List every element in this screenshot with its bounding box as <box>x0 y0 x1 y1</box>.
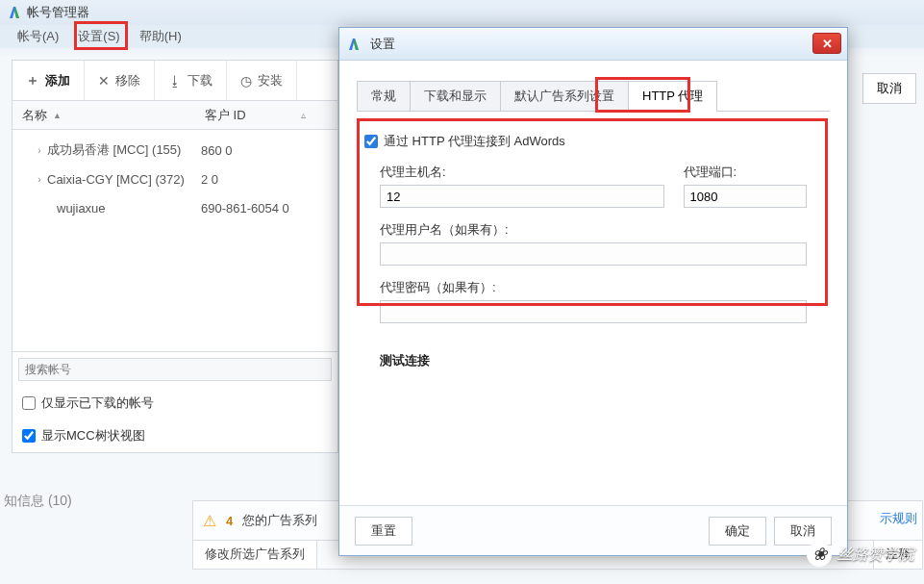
settings-tabs: 常规 下载和显示 默认广告系列设置 HTTP 代理 <box>357 81 830 112</box>
account-id: 690-861-6054 0 <box>201 201 289 216</box>
expand-icon[interactable]: › <box>32 145 47 156</box>
show-mcc-tree-checkbox[interactable]: 显示MCC树状视图 <box>12 419 337 452</box>
plus-icon: ＋ <box>26 72 39 89</box>
reset-button[interactable]: 重置 <box>355 517 412 546</box>
warning-count: 4 <box>226 514 233 528</box>
close-icon: ✕ <box>822 37 833 51</box>
account-id: 2 0 <box>201 172 218 187</box>
checkbox-label: 显示MCC树状视图 <box>41 427 145 444</box>
main-window-title: 帐号管理器 <box>27 4 89 21</box>
cancel-button-right[interactable]: 取消 <box>862 73 916 104</box>
proxy-pass-input[interactable] <box>380 300 807 323</box>
account-toolbar: ＋ 添加 ✕ 移除 ⭳ 下载 ◷ 安装 <box>12 61 337 101</box>
wechat-icon: ❀ <box>807 542 832 567</box>
test-connection-link[interactable]: 测试连接 <box>357 327 830 379</box>
account-name: wujiaxue <box>47 201 201 216</box>
dialog-title: 设置 <box>370 36 395 53</box>
watermark: ❀ 丝路赞学院 <box>807 542 914 567</box>
warning-icon: ⚠ <box>203 512 216 530</box>
proxy-host-input[interactable] <box>380 185 664 208</box>
checkbox-icon[interactable] <box>22 429 36 443</box>
remove-button[interactable]: ✕ 移除 <box>85 61 155 100</box>
cancel-button[interactable]: 取消 <box>774 517 832 546</box>
account-tree: › 成功易香港 [MCC] (155) 860 0 › Caixia-CGY [… <box>12 130 337 351</box>
proxy-pass-label: 代理密码（如果有）: <box>380 279 807 296</box>
proxy-port-input[interactable] <box>684 185 807 208</box>
show-downloaded-checkbox[interactable]: 仅显示已下载的帐号 <box>12 387 337 419</box>
remove-label: 移除 <box>115 72 140 89</box>
add-label: 添加 <box>45 72 70 89</box>
dialog-titlebar[interactable]: 设置 ✕ <box>339 28 847 61</box>
adwords-logo-icon <box>347 38 361 51</box>
proxy-host-port-row: 代理主机名: 代理端口: <box>357 154 830 212</box>
edit-campaigns-tab[interactable]: 修改所选广告系列 <box>193 541 317 569</box>
account-list-panel: ＋ 添加 ✕ 移除 ⭳ 下载 ◷ 安装 名称 <box>12 60 338 453</box>
col-menu-icon[interactable]: ▵ <box>301 110 320 120</box>
col-id-label[interactable]: 客户 ID <box>205 107 301 124</box>
checkbox-label: 仅显示已下载的帐号 <box>41 394 154 412</box>
use-proxy-label: 通过 HTTP 代理连接到 AdWords <box>384 133 565 150</box>
proxy-user-input[interactable] <box>380 242 807 266</box>
search-input[interactable] <box>18 358 332 381</box>
install-label: 安装 <box>258 72 283 89</box>
dialog-footer: 重置 确定 取消 <box>339 505 847 555</box>
add-button[interactable]: ＋ 添加 <box>12 61 85 100</box>
show-rules-link[interactable]: 示规则 <box>880 510 917 527</box>
tab-http-proxy[interactable]: HTTP 代理 <box>628 81 717 112</box>
install-button[interactable]: ◷ 安装 <box>227 61 297 100</box>
col-name-label[interactable]: 名称 <box>22 107 47 124</box>
menu-account[interactable]: 帐号(A) <box>8 25 68 48</box>
adwords-logo-icon <box>8 6 21 19</box>
tab-default-campaign[interactable]: 默认广告系列设置 <box>500 81 629 111</box>
ok-button[interactable]: 确定 <box>709 517 766 546</box>
x-icon: ✕ <box>98 73 110 89</box>
account-id: 860 0 <box>201 143 233 158</box>
watermark-text: 丝路赞学院 <box>837 545 914 565</box>
account-name: Caixia-CGY [MCC] (372) <box>47 172 201 187</box>
table-row[interactable]: wujiaxue 690-861-6054 0 <box>12 193 337 222</box>
checkbox-icon[interactable] <box>22 396 36 410</box>
menu-help[interactable]: 帮助(H) <box>130 25 191 48</box>
main-titlebar: 帐号管理器 <box>0 0 924 25</box>
table-row[interactable]: › 成功易香港 [MCC] (155) 860 0 <box>12 136 337 165</box>
tab-download[interactable]: 下载和显示 <box>410 81 501 111</box>
account-name: 成功易香港 [MCC] (155) <box>47 141 201 159</box>
settings-dialog: 设置 ✕ 常规 下载和显示 默认广告系列设置 HTTP 代理 通过 HTTP 代… <box>338 27 848 556</box>
proxy-host-label: 代理主机名: <box>380 164 664 181</box>
tab-general[interactable]: 常规 <box>357 81 411 111</box>
account-table-header: 名称 ▲ 客户 ID ▵ <box>12 101 337 130</box>
download-icon: ⭳ <box>168 73 182 89</box>
table-row[interactable]: › Caixia-CGY [MCC] (372) 2 0 <box>12 165 337 193</box>
menu-settings[interactable]: 设置(S) <box>68 25 129 48</box>
download-label: 下载 <box>187 72 212 89</box>
warning-text: 您的广告系列 <box>242 512 317 529</box>
expand-icon[interactable]: › <box>32 174 47 185</box>
proxy-port-label: 代理端口: <box>684 164 807 181</box>
footer-info: 知信息 (10) <box>0 493 72 510</box>
dialog-body: 常规 下载和显示 默认广告系列设置 HTTP 代理 通过 HTTP 代理连接到 … <box>339 61 847 389</box>
use-proxy-checkbox[interactable]: 通过 HTTP 代理连接到 AdWords <box>357 129 830 154</box>
clock-icon: ◷ <box>240 73 252 89</box>
download-button[interactable]: ⭳ 下载 <box>155 61 227 100</box>
sort-asc-icon: ▲ <box>53 111 62 120</box>
proxy-user-label: 代理用户名（如果有）: <box>380 221 807 239</box>
right-button-strip: 取消 <box>862 73 916 104</box>
checkbox-icon[interactable] <box>364 135 378 148</box>
close-button[interactable]: ✕ <box>812 33 841 54</box>
search-box <box>12 351 337 387</box>
